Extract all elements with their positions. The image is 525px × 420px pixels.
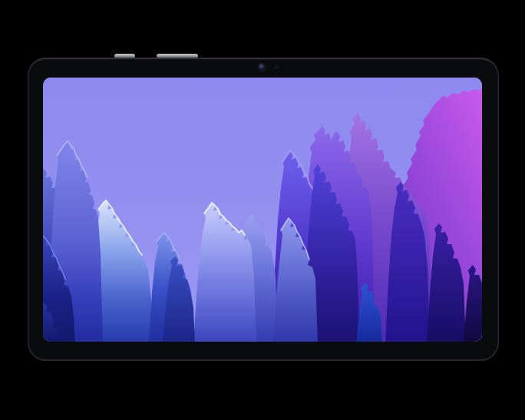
tablet-screen [43,78,482,342]
wallpaper-graphic [43,78,482,342]
front-camera [258,63,266,71]
scene-background [0,0,525,420]
tablet-device [28,58,499,361]
light-sensor [275,65,279,69]
